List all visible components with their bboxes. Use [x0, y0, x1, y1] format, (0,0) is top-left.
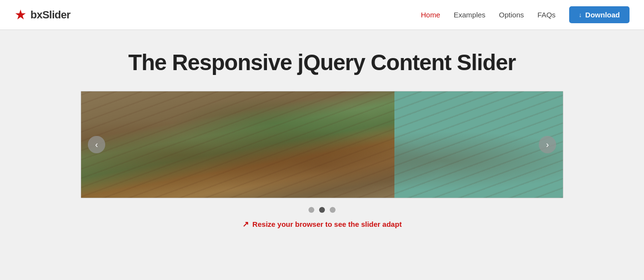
download-button[interactable]: ↓ Download — [569, 6, 630, 23]
slider-next-button[interactable]: › — [539, 136, 556, 153]
page-title: The Responsive jQuery Content Slider — [128, 49, 516, 75]
slider-overlay — [81, 91, 563, 198]
resize-hint: ↗ Resize your browser to see the slider … — [242, 220, 402, 229]
slider-prev-button[interactable]: ‹ — [88, 136, 105, 153]
resize-hint-text: Resize your browser to see the slider ad… — [252, 220, 402, 228]
resize-icon: ↗ — [242, 220, 249, 229]
nav-options[interactable]: Options — [499, 11, 524, 19]
slider-dot-1[interactable] — [308, 207, 314, 213]
download-label: Download — [585, 11, 620, 19]
nav-examples[interactable]: Examples — [454, 11, 486, 19]
main-content: The Responsive jQuery Content Slider ‹ ›… — [0, 30, 644, 243]
slider-dot-2[interactable] — [319, 207, 325, 213]
download-arrow-icon: ↓ — [579, 11, 582, 18]
logo[interactable]: ★ bxSlider — [14, 8, 70, 22]
logo-text: bxSlider — [30, 9, 70, 21]
slider-image — [81, 91, 563, 198]
site-header: ★ bxSlider Home Examples Options FAQs ↓ … — [0, 0, 644, 30]
nav-home[interactable]: Home — [421, 11, 440, 19]
logo-star-icon: ★ — [14, 8, 27, 22]
main-nav: Home Examples Options FAQs ↓ Download — [421, 6, 630, 23]
slider: ‹ › — [81, 91, 563, 198]
nav-faqs[interactable]: FAQs — [537, 11, 556, 19]
slider-dot-3[interactable] — [330, 207, 336, 213]
slider-dots — [308, 207, 336, 213]
